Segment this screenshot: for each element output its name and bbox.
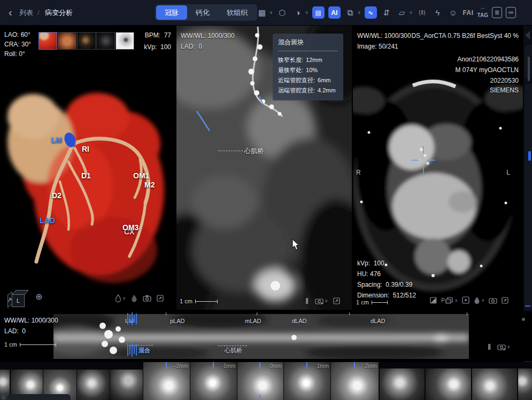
vessel-label-lm: LM: [51, 136, 62, 144]
structured-report-icon[interactable]: ▤: [312, 6, 325, 19]
axial-scale-bar: [372, 302, 388, 303]
crosshair-center-icon[interactable]: ⊕: [35, 292, 42, 302]
toolbar-icon-row: ▦∨ ⬡ ◑∨ ▤ AI ⧉∨ ∿ ⇵ ▱∨ ⟨‖⟩ ϟ ☺ FAI ⌒TAG …: [256, 0, 516, 25]
window-level-icon[interactable]: ⟨‖⟩: [416, 7, 428, 19]
patient-id: Anon2106220943586: [457, 56, 519, 63]
stenosis-length-label: 狭窄长度:: [278, 55, 303, 65]
accent-divider: [525, 305, 530, 307]
chevron-down-icon[interactable]: ∨: [269, 10, 273, 15]
vendor-name: SIEMENS: [490, 87, 519, 94]
tissue-droplet-icon[interactable]: [131, 294, 137, 302]
layout-grid-icon[interactable]: ▦: [256, 7, 268, 19]
orientation-cube[interactable]: A L: [6, 287, 29, 309]
cross-section-thumb[interactable]: [518, 368, 532, 400]
fai-button[interactable]: FAI: [462, 7, 473, 19]
offset-label: -2mm: [174, 363, 188, 369]
straightened-vessel-viewport[interactable]: WW/WL: 1000/300 LAD: 0 1 cm LM pLAD mLAD…: [0, 311, 532, 361]
vrt-preset-thumb-1[interactable]: [38, 32, 57, 50]
multi-viewport-icon[interactable]: ⧉: [344, 7, 356, 19]
fullscreen-expand-icon[interactable]: [333, 297, 340, 304]
top-toolbar: ‹ 列表 / 病变分析 冠脉 钙化 软组织 ▦∨ ⬡ ◑∨ ▤ AI ⧉∨ ∿ …: [0, 0, 532, 25]
mood-face-icon[interactable]: ☺: [447, 7, 459, 19]
max-stenosis-value: 10%: [306, 65, 318, 75]
segment-label-mlad: mLAD: [245, 318, 261, 324]
ai-annotation-icon[interactable]: AI: [328, 6, 341, 19]
proximal-diameter-value: 6mm: [318, 75, 330, 85]
opacity-droplet-icon[interactable]: ∨: [115, 294, 126, 302]
cpr-vessel-name: LAD: 0: [181, 43, 202, 50]
chevron-down-icon[interactable]: ∨: [410, 10, 413, 15]
tab-calcification[interactable]: 钙化: [187, 5, 218, 20]
cross-section-thumb-selected[interactable]: 0mm: [237, 362, 283, 400]
cross-section-thumb[interactable]: [426, 368, 471, 400]
heart-3d-render: [0, 26, 175, 310]
snapshot-camera-icon[interactable]: ∨: [497, 343, 510, 350]
fullscreen-expand-icon[interactable]: [502, 297, 508, 304]
layer-swap-icon[interactable]: ⇵: [381, 7, 392, 19]
axial-mini-toolbar: P∨ ∨: [430, 296, 508, 304]
blood-pool-droplet-icon[interactable]: ∨: [474, 296, 484, 304]
cube-front-face: L: [12, 294, 25, 307]
vessel-probe-icon[interactable]: ∿: [365, 6, 377, 19]
chevron-down-icon[interactable]: ∨: [305, 10, 309, 15]
cpr-viewport[interactable]: WW/WL: 1000/300 LAD: 0 混合斑块 狭窄长度:12mm 最狭…: [176, 26, 352, 310]
snapshot-camera-icon[interactable]: ∨: [315, 297, 328, 304]
axial-scale-label: 1 cm: [356, 299, 369, 305]
cross-section-thumb[interactable]: [472, 368, 517, 400]
offset-label: 0mm: [270, 363, 282, 369]
back-icon[interactable]: ‹: [9, 0, 12, 25]
vrt-preset-thumb-4[interactable]: [96, 32, 115, 50]
orientation-right-label: R: [356, 169, 361, 176]
vessel-label-d1: D1: [81, 171, 91, 180]
vrt-preset-thumb-3[interactable]: [77, 32, 96, 50]
sidebar-expand-arrow-icon[interactable]: [525, 31, 530, 40]
bridge-annotation-label: 心肌桥: [244, 147, 264, 156]
tag-button[interactable]: ⌒TAG: [477, 7, 488, 19]
bridge-annotation-line: [218, 151, 243, 151]
vessel-label-ri: RI: [82, 145, 89, 153]
tab-soft-tissue[interactable]: 软组织: [218, 5, 256, 20]
cross-section-thumb-selected[interactable]: 2mm: [331, 362, 379, 400]
cpr-window-level: WW/WL: 1000/300: [181, 32, 235, 40]
cube-3d-icon[interactable]: ⬡: [276, 7, 288, 19]
report-clipboard-icon[interactable]: ≣: [492, 7, 502, 18]
cross-section-thumbnail-row: -2mm -1mm 0mm 1mm 2mm: [0, 362, 532, 400]
fullscreen-expand-icon[interactable]: [157, 295, 164, 302]
tab-coronary[interactable]: 冠脉: [156, 5, 187, 20]
cross-section-thumb-selected[interactable]: -1mm: [190, 362, 237, 400]
vrt-preset-thumb-5[interactable]: [115, 32, 134, 50]
snapshot-camera-icon[interactable]: [143, 295, 151, 302]
vrt-3d-viewport[interactable]: LAO: 60° CRA: 30° Roll: 0° BPM: 77 kVp: …: [0, 26, 175, 310]
cine-play-icon[interactable]: [462, 296, 469, 304]
ruler-icon[interactable]: ▱: [396, 7, 408, 19]
active-marker[interactable]: [528, 151, 531, 161]
cra-angle: CRA: 30°: [4, 41, 31, 48]
chevron-down-icon[interactable]: ∨: [358, 10, 361, 15]
axial-ct-viewport[interactable]: WW/WL: 1000/300 Image: 50/241 DS_AorCTA …: [353, 26, 523, 310]
lao-angle: LAO: 60°: [4, 31, 30, 38]
lesion-analysis-app: ‹ 列表 / 病变分析 冠脉 钙化 软组织 ▦∨ ⬡ ◑∨ ▤ AI ⧉∨ ∿ …: [0, 0, 532, 400]
cross-section-thumb-selected[interactable]: 1mm: [284, 362, 330, 400]
strip-scale-label: 1 cm: [4, 341, 17, 348]
axial-hu: HU: 476: [357, 270, 381, 278]
page-stack-icon[interactable]: P∨: [441, 297, 458, 304]
pause-icon[interactable]: ‖: [305, 296, 310, 305]
cross-section-thumb-selected[interactable]: -2mm: [143, 362, 190, 400]
snapshot-camera-icon[interactable]: [489, 297, 497, 304]
vessel-label-m2: M2: [144, 181, 155, 189]
orientation-left-label: L: [506, 169, 510, 176]
pause-icon[interactable]: ‖: [488, 342, 492, 351]
vrt-preset-thumb-2[interactable]: [58, 32, 76, 50]
scrollbar-thumb[interactable]: [528, 57, 530, 81]
cross-section-thumb[interactable]: [380, 368, 425, 400]
invert-contrast-icon[interactable]: [430, 297, 437, 304]
contrast-icon[interactable]: ◑: [292, 7, 304, 19]
strip-window-level: WW/WL: 1000/300: [4, 317, 58, 324]
breadcrumb-list-link[interactable]: 列表: [19, 0, 33, 25]
cross-section-thumb[interactable]: [77, 370, 110, 400]
notes-icon[interactable]: ≔: [506, 7, 516, 18]
ecg-sync-icon[interactable]: ϟ: [431, 7, 443, 19]
strip-bridge-label: 心肌桥: [225, 347, 242, 355]
hover-toolbar-popup[interactable]: [7, 394, 71, 400]
cross-section-thumb[interactable]: [110, 370, 143, 400]
